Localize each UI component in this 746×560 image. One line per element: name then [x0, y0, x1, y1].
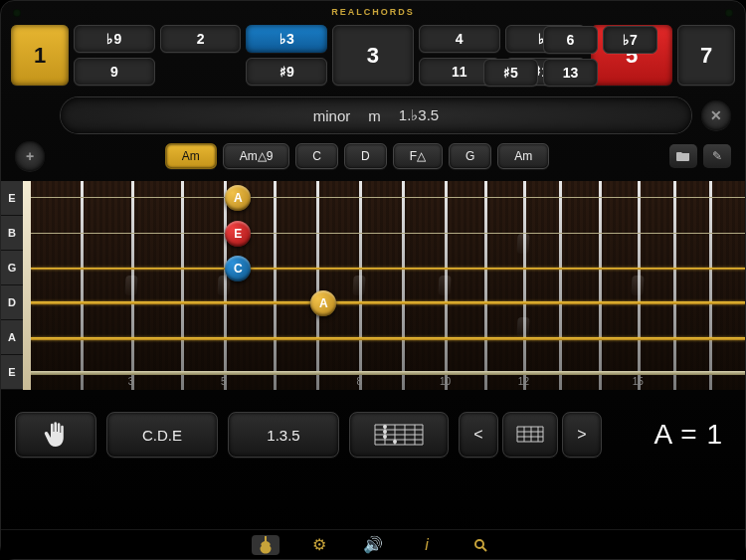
chord-chip-5[interactable]: G	[449, 143, 491, 169]
string-labels: E B G D A E	[1, 181, 23, 390]
app-window: REALCHORDS 1 ♭9 2 ♭3 3 4 ♭5 5 7 9 ♯9 11 …	[0, 0, 746, 560]
fret-wire	[81, 181, 84, 390]
fret-numbers: 358101215	[31, 376, 745, 392]
fret-number: 8	[356, 376, 362, 387]
string-0[interactable]	[31, 197, 745, 198]
prev-voicing-button[interactable]: <	[459, 412, 498, 458]
chord-chip-4[interactable]: F△	[393, 143, 443, 169]
fret-wire	[559, 181, 562, 390]
tab-instrument[interactable]	[252, 535, 280, 555]
chord-chip-6[interactable]: Am	[497, 143, 549, 169]
svg-point-14	[393, 440, 397, 444]
degree-names-button[interactable]: 1.3.5	[228, 412, 339, 458]
fret-wire	[523, 181, 526, 390]
fret-wire	[402, 181, 405, 390]
hand-icon	[43, 421, 69, 449]
close-button[interactable]: ✕	[701, 100, 731, 130]
mini-grid-icon	[515, 425, 545, 445]
string-label-2: G	[1, 251, 23, 285]
svg-point-13	[383, 435, 387, 439]
degree-flat7[interactable]: ♭7	[603, 26, 657, 54]
tab-settings[interactable]: ⚙	[305, 535, 333, 555]
string-1[interactable]	[31, 233, 745, 235]
plus-icon: +	[26, 148, 34, 164]
fretted-note[interactable]: E	[225, 221, 251, 247]
fretted-note[interactable]: A	[225, 185, 251, 211]
fret-number: 15	[633, 376, 644, 387]
string-3[interactable]	[31, 301, 745, 304]
degree-sharp5[interactable]: ♯5	[483, 59, 538, 87]
degree-2[interactable]: 2	[160, 25, 242, 53]
svg-point-12	[383, 430, 387, 434]
chord-chip-3[interactable]: D	[344, 143, 387, 169]
led-left	[13, 9, 21, 17]
edit-button[interactable]: ✎	[703, 144, 731, 168]
degree-sharp9[interactable]: ♯9	[246, 58, 327, 86]
fret-marker	[353, 276, 366, 295]
fret-number: 10	[440, 376, 451, 387]
chord-chip-2[interactable]: C	[295, 143, 338, 169]
board: AECA	[31, 181, 745, 390]
degree-flat9[interactable]: ♭9	[74, 25, 155, 53]
chord-chips: Am Am△9 C D F△ G Am	[51, 143, 663, 169]
degree-1[interactable]: 1	[11, 25, 69, 86]
degree-6[interactable]: 6	[543, 26, 598, 54]
bottom-toolbar: C.D.E 1.3.5 < > A	[1, 390, 745, 458]
degree-13[interactable]: 13	[543, 59, 598, 87]
fret-marker	[517, 234, 530, 254]
close-icon: ✕	[710, 107, 722, 123]
fret-wire	[673, 181, 676, 390]
string-5[interactable]	[31, 371, 745, 375]
chord-chip-1[interactable]: Am△9	[223, 143, 290, 169]
next-voicing-button[interactable]: >	[562, 412, 602, 458]
degree-7[interactable]: 7	[677, 25, 735, 86]
fret-wire	[484, 181, 487, 390]
guitar-icon	[259, 536, 273, 554]
svg-point-11	[383, 425, 387, 429]
root-equation: A = 1	[653, 419, 731, 451]
fret-marker	[217, 276, 230, 295]
degree-3[interactable]: 3	[332, 25, 414, 86]
formula-degrees: 1.♭3.5	[399, 106, 439, 124]
chord-chip-0[interactable]: Am	[165, 143, 217, 169]
string-label-5: E	[1, 355, 23, 390]
nut	[23, 181, 31, 390]
chord-diagram-icon	[371, 421, 427, 449]
fret-wire	[599, 181, 602, 390]
hand-mode-button[interactable]	[15, 412, 96, 458]
voicing-nav: < >	[459, 412, 602, 458]
add-button[interactable]: +	[15, 141, 45, 171]
voicing-grid-button[interactable]	[502, 412, 558, 458]
fretted-note[interactable]: C	[225, 256, 251, 281]
svg-line-25	[482, 547, 486, 551]
folder-button[interactable]	[669, 144, 697, 168]
string-2[interactable]	[31, 268, 745, 270]
string-label-1: B	[1, 216, 23, 251]
tab-info[interactable]: i	[413, 535, 441, 555]
fret-wire	[274, 181, 277, 390]
app-title: REALCHORDS	[1, 1, 745, 17]
fretboard[interactable]: E B G D A E AECA 358101215	[1, 181, 745, 390]
search-icon	[473, 538, 487, 552]
fret-wire	[181, 181, 184, 390]
fret-marker	[517, 317, 530, 337]
formula-symbol: m	[368, 107, 381, 124]
fretted-note[interactable]: A	[310, 290, 336, 316]
tab-search[interactable]	[466, 535, 494, 555]
string-4[interactable]	[31, 337, 745, 340]
string-label-4: A	[1, 320, 23, 355]
note-names-button[interactable]: C.D.E	[106, 412, 218, 458]
led-right	[725, 9, 733, 17]
string-label-3: D	[1, 285, 23, 320]
degree-flat3[interactable]: ♭3	[246, 25, 327, 53]
formula-name: minor	[313, 107, 351, 124]
degree-4[interactable]: 4	[419, 25, 500, 53]
gear-icon: ⚙	[312, 535, 326, 554]
fret-number: 3	[128, 376, 134, 387]
tab-sound[interactable]: 🔊	[359, 535, 387, 555]
degree-9[interactable]: 9	[74, 58, 155, 86]
fret-wire	[709, 181, 712, 390]
chord-diagram-button[interactable]	[349, 412, 449, 458]
info-icon: i	[425, 536, 429, 554]
formula-display[interactable]: minor m 1.♭3.5	[61, 97, 691, 133]
